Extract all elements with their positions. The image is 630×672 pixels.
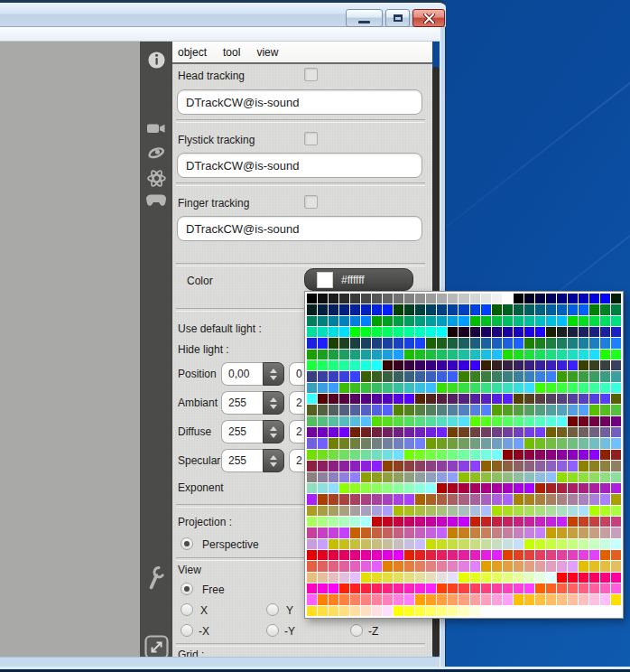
palette-color-cell[interactable] bbox=[514, 583, 523, 593]
palette-color-cell[interactable] bbox=[415, 371, 425, 381]
palette-color-cell[interactable] bbox=[514, 517, 523, 527]
palette-color-cell[interactable] bbox=[350, 450, 360, 460]
menu-tool[interactable]: tool bbox=[223, 46, 240, 59]
palette-color-cell[interactable] bbox=[318, 606, 328, 616]
palette-color-cell[interactable] bbox=[329, 606, 338, 616]
palette-color-cell[interactable] bbox=[448, 383, 458, 393]
palette-color-cell[interactable] bbox=[481, 573, 491, 583]
palette-color-cell[interactable] bbox=[503, 583, 513, 593]
palette-color-cell[interactable] bbox=[394, 494, 403, 504]
palette-color-cell[interactable] bbox=[307, 461, 317, 471]
palette-color-cell[interactable] bbox=[579, 304, 588, 314]
palette-color-cell[interactable] bbox=[448, 338, 458, 348]
palette-color-cell[interactable] bbox=[589, 494, 599, 504]
palette-color-cell[interactable] bbox=[415, 350, 425, 359]
palette-color-cell[interactable] bbox=[318, 371, 328, 381]
palette-color-cell[interactable] bbox=[481, 583, 491, 593]
palette-color-cell[interactable] bbox=[318, 527, 328, 537]
palette-color-cell[interactable] bbox=[394, 371, 403, 381]
palette-color-cell[interactable] bbox=[514, 573, 523, 583]
palette-color-cell[interactable] bbox=[383, 573, 393, 583]
palette-color-cell[interactable] bbox=[481, 427, 491, 437]
palette-color-cell[interactable] bbox=[404, 606, 414, 616]
palette-color-cell[interactable] bbox=[611, 304, 621, 314]
palette-color-cell[interactable] bbox=[361, 427, 371, 437]
palette-color-cell[interactable] bbox=[383, 427, 393, 437]
palette-color-cell[interactable] bbox=[415, 472, 425, 482]
palette-color-cell[interactable] bbox=[546, 438, 556, 448]
finger-tracking-input[interactable]: DTrackCW@is-sound bbox=[177, 216, 422, 241]
palette-color-cell[interactable] bbox=[307, 438, 317, 448]
palette-color-cell[interactable] bbox=[372, 573, 382, 583]
palette-color-cell[interactable] bbox=[307, 561, 317, 571]
minimize-button[interactable] bbox=[346, 9, 383, 27]
palette-color-cell[interactable] bbox=[318, 394, 328, 404]
palette-color-cell[interactable] bbox=[383, 327, 393, 337]
palette-color-cell[interactable] bbox=[579, 573, 588, 583]
palette-color-cell[interactable] bbox=[339, 527, 349, 537]
palette-color-cell[interactable] bbox=[415, 483, 425, 493]
palette-color-cell[interactable] bbox=[404, 561, 414, 571]
palette-color-cell[interactable] bbox=[361, 383, 371, 393]
palette-color-cell[interactable] bbox=[361, 327, 371, 337]
palette-color-cell[interactable] bbox=[481, 450, 491, 460]
palette-color-cell[interactable] bbox=[589, 450, 599, 460]
palette-color-cell[interactable] bbox=[329, 483, 338, 493]
palette-color-cell[interactable] bbox=[383, 371, 393, 381]
palette-color-cell[interactable] bbox=[579, 527, 588, 537]
palette-color-cell[interactable] bbox=[514, 461, 523, 471]
palette-color-cell[interactable] bbox=[524, 583, 534, 593]
palette-color-cell[interactable] bbox=[568, 416, 578, 426]
palette-color-cell[interactable] bbox=[503, 539, 513, 549]
palette-color-cell[interactable] bbox=[611, 405, 621, 415]
palette-color-cell[interactable] bbox=[372, 427, 382, 437]
palette-color-cell[interactable] bbox=[503, 561, 513, 571]
palette-color-cell[interactable] bbox=[329, 583, 338, 593]
palette-color-cell[interactable] bbox=[361, 494, 371, 504]
palette-color-cell[interactable] bbox=[307, 583, 317, 593]
palette-color-cell[interactable] bbox=[524, 327, 534, 337]
palette-color-cell[interactable] bbox=[383, 539, 393, 549]
palette-color-cell[interactable] bbox=[426, 394, 436, 404]
palette-color-cell[interactable] bbox=[394, 583, 403, 593]
palette-color-cell[interactable] bbox=[329, 360, 338, 370]
palette-color-cell[interactable] bbox=[437, 539, 447, 549]
palette-color-cell[interactable] bbox=[514, 316, 523, 326]
palette-color-cell[interactable] bbox=[361, 294, 371, 303]
palette-color-cell[interactable] bbox=[600, 371, 610, 381]
palette-color-cell[interactable] bbox=[459, 304, 468, 314]
palette-color-cell[interactable] bbox=[600, 539, 610, 549]
palette-color-cell[interactable] bbox=[535, 494, 545, 504]
palette-color-cell[interactable] bbox=[350, 338, 360, 348]
palette-color-cell[interactable] bbox=[437, 427, 447, 437]
palette-color-cell[interactable] bbox=[600, 494, 610, 504]
palette-color-cell[interactable] bbox=[481, 594, 491, 604]
palette-color-cell[interactable] bbox=[426, 450, 436, 460]
palette-color-cell[interactable] bbox=[404, 360, 414, 370]
palette-color-cell[interactable] bbox=[383, 394, 393, 404]
palette-color-cell[interactable] bbox=[361, 350, 371, 359]
palette-color-cell[interactable] bbox=[394, 472, 403, 482]
palette-color-cell[interactable] bbox=[426, 360, 436, 370]
palette-color-cell[interactable] bbox=[546, 416, 556, 426]
palette-color-cell[interactable] bbox=[470, 550, 480, 560]
palette-color-cell[interactable] bbox=[503, 438, 513, 448]
palette-color-cell[interactable] bbox=[611, 360, 621, 370]
palette-color-cell[interactable] bbox=[350, 606, 360, 616]
palette-color-cell[interactable] bbox=[394, 539, 403, 549]
palette-color-cell[interactable] bbox=[459, 506, 468, 516]
palette-color-cell[interactable] bbox=[448, 360, 458, 370]
palette-color-cell[interactable] bbox=[589, 405, 599, 415]
palette-color-cell[interactable] bbox=[503, 394, 513, 404]
palette-color-cell[interactable] bbox=[492, 427, 502, 437]
palette-color-cell[interactable] bbox=[470, 506, 480, 516]
palette-color-cell[interactable] bbox=[611, 472, 621, 482]
palette-color-cell[interactable] bbox=[339, 494, 349, 504]
palette-color-cell[interactable] bbox=[546, 405, 556, 415]
palette-color-cell[interactable] bbox=[481, 438, 491, 448]
palette-color-cell[interactable] bbox=[394, 394, 403, 404]
palette-color-cell[interactable] bbox=[372, 438, 382, 448]
palette-color-cell[interactable] bbox=[448, 294, 458, 303]
palette-color-cell[interactable] bbox=[307, 539, 317, 549]
palette-color-cell[interactable] bbox=[415, 527, 425, 537]
